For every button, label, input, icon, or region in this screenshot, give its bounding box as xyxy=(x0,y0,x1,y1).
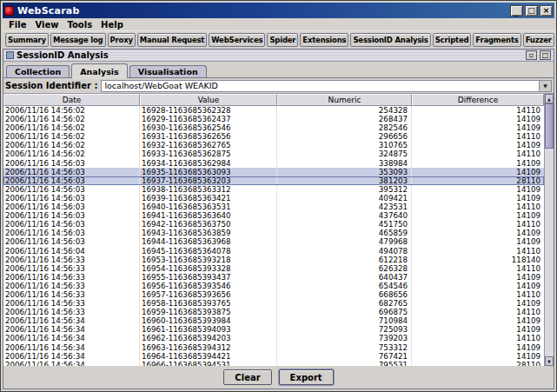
column-header-date[interactable]: Date xyxy=(3,94,140,106)
cell-value: 16933-1163685362875 xyxy=(140,149,277,158)
table-row[interactable]: 2006/11/16 14:56:0216928-116368536232825… xyxy=(3,106,544,115)
table-row[interactable]: 2006/11/16 14:56:3316959-116368539387569… xyxy=(3,308,544,316)
cell-numeric: 451750 xyxy=(277,220,412,229)
cell-difference: 14109 xyxy=(412,282,544,290)
table-row[interactable]: 2006/11/16 14:56:0216929-116368536243726… xyxy=(3,115,544,123)
table-row[interactable]: 2006/11/16 14:56:3316953-116368539321861… xyxy=(3,256,544,264)
menu-help[interactable]: Help xyxy=(96,20,128,30)
table-row[interactable]: 2006/11/16 14:56:3416962-116368539420373… xyxy=(3,334,544,342)
table-row[interactable]: 2006/11/16 14:56:3316956-116368539354665… xyxy=(3,282,544,290)
table-row[interactable]: 2006/11/16 14:56:3416964-116368539442176… xyxy=(3,352,544,361)
column-header-difference[interactable]: Difference xyxy=(412,94,544,106)
cell-date: 2006/11/16 14:56:34 xyxy=(3,316,140,325)
clear-button[interactable]: Clear xyxy=(223,369,271,385)
table-row[interactable]: 2006/11/16 14:56:3316957-116368539365666… xyxy=(3,290,544,299)
menu-tools[interactable]: Tools xyxy=(63,20,96,30)
tab-collection[interactable]: Collection xyxy=(6,65,70,78)
table-row[interactable]: 2006/11/16 14:56:0316937-116368536320338… xyxy=(3,176,544,185)
cell-numeric: 254328 xyxy=(277,106,412,115)
cell-difference: 14109 xyxy=(412,325,544,334)
export-button[interactable]: Export xyxy=(279,369,334,385)
frame-maximize-button[interactable]: □ xyxy=(540,50,551,60)
table-row[interactable]: 2006/11/16 14:56:3416960-116368539398471… xyxy=(3,316,544,325)
column-header-value[interactable]: Value xyxy=(140,94,277,106)
toolbar-button-spider[interactable]: Spider xyxy=(267,33,298,47)
table-row[interactable]: 2006/11/16 14:56:0316944-116368536396847… xyxy=(3,237,544,246)
cell-value: 16937-1163685363203 xyxy=(140,176,277,185)
window-controls: _ □ × xyxy=(510,5,553,17)
cell-date: 2006/11/16 14:56:03 xyxy=(3,220,140,229)
table-row[interactable]: 2006/11/16 14:56:0316942-116368536375045… xyxy=(3,220,544,229)
cell-date: 2006/11/16 14:56:03 xyxy=(3,203,140,211)
session-identifier-label: Session Identifier : xyxy=(5,81,97,90)
toolbar-button-scripted[interactable]: Scripted xyxy=(433,33,472,47)
combobox-dropdown-arrow-icon[interactable]: ▼ xyxy=(539,81,551,91)
cell-value: 16930-1163685362546 xyxy=(140,123,277,132)
toolbar-button-webservices[interactable]: WebServices xyxy=(209,33,265,47)
cell-date: 2006/11/16 14:56:03 xyxy=(3,237,140,246)
cell-date: 2006/11/16 14:56:33 xyxy=(3,290,140,299)
vertical-scrollbar[interactable]: ▲ ▼ xyxy=(544,94,554,366)
toolbar-button-summary[interactable]: Summary xyxy=(5,33,49,47)
table-row[interactable]: 2006/11/16 14:56:0216930-116368536254628… xyxy=(3,123,544,132)
frame-icon xyxy=(6,51,14,59)
table-row[interactable]: 2006/11/16 14:56:3316955-116368539343764… xyxy=(3,273,544,282)
table-row[interactable]: 2006/11/16 14:56:3316958-116368539376568… xyxy=(3,299,544,308)
title-bar[interactable]: WebScarab _ □ × xyxy=(3,3,554,18)
table-body[interactable]: 2006/11/16 14:56:0216928-116368536232825… xyxy=(3,106,544,366)
toolbar-button-proxy[interactable]: Proxy xyxy=(108,33,136,47)
tab-analysis[interactable]: Analysis xyxy=(71,63,128,78)
toolbar-button-fuzzer[interactable]: Fuzzer xyxy=(523,33,554,47)
toolbar-button-extensions[interactable]: Extensions xyxy=(300,33,348,47)
table-row[interactable]: 2006/11/16 14:56:0216931-116368536265629… xyxy=(3,132,544,141)
table-row[interactable]: 2006/11/16 14:56:0316938-116368536331239… xyxy=(3,185,544,194)
toolbar: SummaryMessage logProxyManual RequestWeb… xyxy=(3,30,554,48)
scrollbar-track[interactable] xyxy=(545,103,554,356)
scrollbar-up-button[interactable]: ▲ xyxy=(545,94,554,103)
session-identifier-combobox[interactable]: localhost/WebGoat WEAKID ▼ xyxy=(101,80,552,92)
scrollbar-thumb[interactable] xyxy=(545,103,554,149)
table-row[interactable]: 2006/11/16 14:56:0316934-116368536298433… xyxy=(3,159,544,168)
maximize-button[interactable]: □ xyxy=(525,5,538,17)
frame-restore-button[interactable]: ▫ xyxy=(526,50,537,60)
table-row[interactable]: 2006/11/16 14:56:0316939-116368536342140… xyxy=(3,194,544,203)
cell-value: 16934-1163685362984 xyxy=(140,159,277,168)
cell-numeric: 739203 xyxy=(277,334,412,342)
cell-date: 2006/11/16 14:56:34 xyxy=(3,325,140,334)
toolbar-button-fragments[interactable]: Fragments xyxy=(473,33,521,47)
close-button[interactable]: × xyxy=(540,5,553,17)
table-row[interactable]: 2006/11/16 14:56:0216933-116368536287532… xyxy=(3,149,544,158)
table-row[interactable]: 2006/11/16 14:56:3316954-116368539332862… xyxy=(3,264,544,273)
cell-numeric: 612218 xyxy=(277,256,412,264)
column-header-numeric[interactable]: Numeric xyxy=(277,94,412,106)
restore-icon: ▫ xyxy=(529,51,534,59)
cell-value: 16961-1163685394093 xyxy=(140,325,277,334)
table-row[interactable]: 2006/11/16 14:56:0316940-116368536353142… xyxy=(3,203,544,211)
session-identifier-bar: Session Identifier : localhost/WebGoat W… xyxy=(3,78,554,93)
cell-date: 2006/11/16 14:56:02 xyxy=(3,141,140,149)
cell-date: 2006/11/16 14:56:33 xyxy=(3,282,140,290)
cell-difference: 14109 xyxy=(412,316,544,325)
table-row[interactable]: 2006/11/16 14:56:0316941-116368536364043… xyxy=(3,211,544,220)
table-row[interactable]: 2006/11/16 14:56:3416963-116368539431275… xyxy=(3,343,544,352)
table-row[interactable]: 2006/11/16 14:56:0416945-116368536407849… xyxy=(3,247,544,256)
toolbar-button-message-log[interactable]: Message log xyxy=(50,33,106,47)
table-row[interactable]: 2006/11/16 14:56:3416961-116368539409372… xyxy=(3,325,544,334)
cell-numeric: 310765 xyxy=(277,141,412,149)
scrollbar-down-button[interactable]: ▼ xyxy=(545,356,554,366)
minimize-button[interactable]: _ xyxy=(510,5,523,17)
menu-file[interactable]: File xyxy=(4,20,30,30)
table-row[interactable]: 2006/11/16 14:56:0316943-116368536385946… xyxy=(3,229,544,237)
toolbar-button-sessionid-analysis[interactable]: SessionID Analysis xyxy=(350,33,430,47)
cell-difference: 14109 xyxy=(412,168,544,176)
menu-view[interactable]: View xyxy=(30,20,63,30)
toolbar-button-manual-request[interactable]: Manual Request xyxy=(137,33,207,47)
table-row[interactable]: 2006/11/16 14:56:0316935-116368536309335… xyxy=(3,168,544,176)
cell-value: 16958-1163685393765 xyxy=(140,299,277,308)
cell-value: 16964-1163685394421 xyxy=(140,352,277,361)
session-table: DateValueNumericDifference 2006/11/16 14… xyxy=(3,94,544,366)
tab-visualisation[interactable]: Visualisation xyxy=(129,65,207,78)
table-row[interactable]: 2006/11/16 14:56:0216932-116368536276531… xyxy=(3,141,544,149)
cell-numeric: 338984 xyxy=(277,159,412,168)
frame-title-bar[interactable]: SessionID Analysis ▫ □ xyxy=(3,50,554,62)
